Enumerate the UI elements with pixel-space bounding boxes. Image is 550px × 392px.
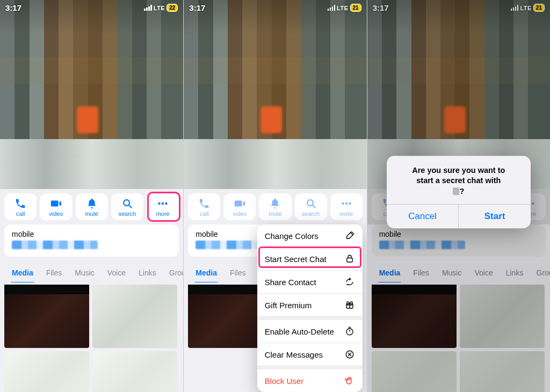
panel-3-confirm-alert: 3:17 LTE 21 call video mute search more … bbox=[367, 0, 550, 392]
clear-chat-icon bbox=[344, 349, 355, 360]
more-label: more bbox=[339, 210, 353, 217]
video-label: video bbox=[49, 210, 63, 217]
search-icon bbox=[121, 198, 133, 209]
mute-button[interactable]: mute bbox=[259, 193, 291, 220]
profile-header-photo[interactable]: 3:17 LTE 21 bbox=[184, 0, 366, 190]
svg-point-9 bbox=[349, 202, 351, 205]
svg-line-6 bbox=[312, 205, 315, 208]
call-button[interactable]: call bbox=[4, 193, 37, 220]
panel-2-context-menu: 3:17 LTE 21 call video mute search bbox=[183, 0, 366, 392]
call-button[interactable]: call bbox=[188, 193, 220, 220]
status-bar: 3:17 LTE 21 bbox=[189, 3, 361, 12]
network-label: LTE bbox=[154, 5, 165, 11]
video-icon bbox=[50, 198, 62, 209]
photo-blur-subject bbox=[260, 106, 282, 133]
alert-message: Are you sure you want to start a secret … bbox=[387, 156, 531, 205]
svg-point-8 bbox=[345, 202, 347, 205]
search-button[interactable]: search bbox=[295, 193, 327, 220]
alert-text-line: start a secret chat with bbox=[416, 176, 501, 185]
confirm-secret-chat-alert: Are you sure you want to start a secret … bbox=[387, 156, 531, 229]
menu-label: Block User bbox=[265, 376, 304, 386]
menu-label: Gift Premium bbox=[265, 301, 312, 310]
panel-1-profile: 3:17 LTE 22 call video mute bbox=[0, 0, 183, 392]
tab-media[interactable]: Media bbox=[189, 266, 223, 279]
video-button[interactable]: video bbox=[223, 193, 256, 220]
tab-media[interactable]: Media bbox=[5, 266, 40, 279]
video-button[interactable]: video bbox=[40, 193, 72, 220]
brush-icon bbox=[344, 230, 355, 241]
more-context-menu: Change Colors Start Secret Chat Share Co… bbox=[257, 224, 363, 392]
search-button[interactable]: search bbox=[111, 193, 143, 220]
gift-icon bbox=[344, 300, 355, 310]
alert-question-mark: ? bbox=[459, 187, 464, 195]
photo-blur-subject bbox=[77, 106, 98, 133]
battery-icon: 21 bbox=[350, 4, 361, 12]
video-icon bbox=[234, 198, 245, 209]
more-label: more bbox=[156, 210, 170, 217]
phone-icon bbox=[198, 198, 210, 209]
tab-files[interactable]: Files bbox=[223, 266, 252, 279]
more-button[interactable]: more bbox=[147, 193, 179, 220]
status-bar: 3:17 LTE 22 bbox=[5, 3, 178, 12]
network-label: LTE bbox=[337, 5, 348, 11]
tab-voice[interactable]: Voice bbox=[101, 266, 132, 279]
menu-label: Share Contact bbox=[265, 278, 316, 287]
battery-icon: 22 bbox=[167, 4, 178, 12]
signal-icon bbox=[328, 5, 336, 11]
menu-start-secret-chat[interactable]: Start Secret Chat bbox=[257, 248, 363, 271]
alert-actions: Cancel Start bbox=[387, 205, 531, 229]
tab-files[interactable]: Files bbox=[40, 266, 69, 279]
alert-cancel-button[interactable]: Cancel bbox=[387, 205, 459, 229]
menu-block-user[interactable]: Block User bbox=[257, 366, 363, 392]
svg-point-2 bbox=[158, 202, 161, 205]
alert-start-button[interactable]: Start bbox=[458, 205, 531, 229]
media-thumb[interactable] bbox=[92, 285, 177, 348]
menu-share-contact[interactable]: Share Contact bbox=[257, 271, 363, 294]
tab-links[interactable]: Links bbox=[132, 266, 163, 279]
menu-change-colors[interactable]: Change Colors bbox=[257, 224, 363, 248]
svg-rect-10 bbox=[346, 258, 352, 263]
svg-point-0 bbox=[124, 200, 129, 206]
menu-label: Start Secret Chat bbox=[265, 255, 327, 264]
menu-gift-premium[interactable]: Gift Premium bbox=[257, 294, 363, 317]
tab-music[interactable]: Music bbox=[68, 266, 101, 279]
menu-label: Clear Messages bbox=[265, 350, 323, 359]
profile-header-photo[interactable]: 3:17 LTE 22 bbox=[0, 0, 183, 190]
bell-icon bbox=[86, 198, 98, 209]
media-thumb[interactable] bbox=[4, 285, 89, 348]
alert-text-line: Are you sure you want to bbox=[412, 166, 505, 175]
menu-clear-messages[interactable]: Clear Messages bbox=[257, 343, 363, 366]
svg-point-5 bbox=[307, 200, 313, 206]
search-label: search bbox=[118, 210, 136, 217]
svg-point-7 bbox=[342, 202, 344, 205]
more-icon bbox=[341, 198, 352, 209]
mute-label: mute bbox=[85, 210, 98, 217]
phone-icon bbox=[15, 198, 26, 209]
svg-point-4 bbox=[165, 202, 167, 205]
alert-contact-name-blurred bbox=[453, 187, 459, 195]
menu-label: Change Colors bbox=[265, 231, 319, 241]
search-icon bbox=[305, 198, 317, 209]
tab-groups[interactable]: Groups bbox=[163, 266, 184, 279]
signal-icon bbox=[144, 5, 152, 11]
menu-label: Enable Auto-Delete bbox=[265, 327, 334, 336]
call-label: call bbox=[16, 210, 25, 217]
more-button[interactable]: more bbox=[330, 193, 363, 220]
share-icon bbox=[344, 277, 355, 287]
more-icon bbox=[157, 198, 169, 209]
video-label: video bbox=[233, 210, 247, 217]
mobile-field-label: mobile bbox=[12, 230, 171, 238]
profile-action-row: call video mute search more bbox=[0, 189, 183, 224]
photo-blur-lower bbox=[0, 139, 183, 190]
media-grid bbox=[0, 282, 183, 392]
status-right: LTE 21 bbox=[328, 4, 361, 12]
menu-enable-auto-delete[interactable]: Enable Auto-Delete bbox=[257, 317, 363, 343]
mute-button[interactable]: mute bbox=[76, 193, 108, 220]
media-thumb[interactable] bbox=[4, 351, 89, 392]
profile-tabs: Media Files Music Voice Links Groups bbox=[0, 261, 183, 282]
status-right: LTE 22 bbox=[144, 4, 178, 12]
mobile-field-value-blurred bbox=[12, 241, 98, 249]
contact-info-card[interactable]: mobile bbox=[4, 224, 179, 257]
media-thumb[interactable] bbox=[92, 351, 177, 392]
mute-label: mute bbox=[269, 210, 281, 217]
